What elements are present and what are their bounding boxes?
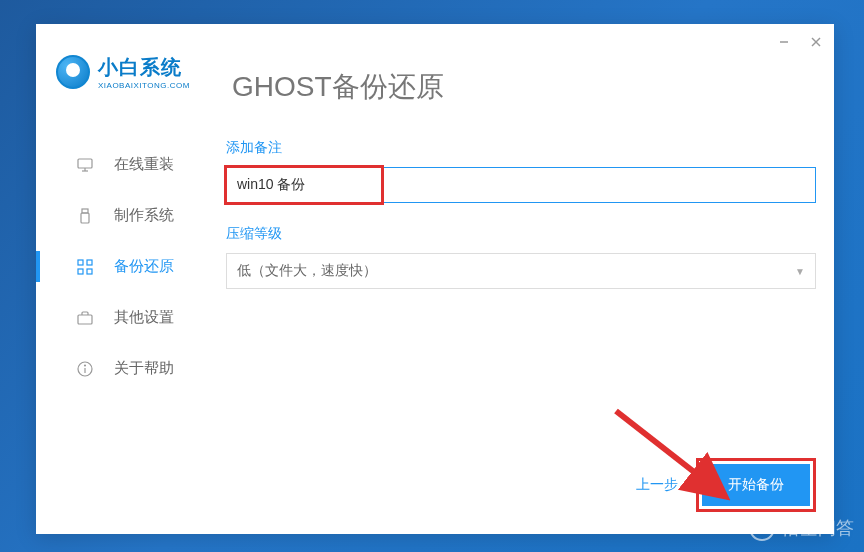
info-icon [76,360,94,378]
grid-icon [76,258,94,276]
compress-select[interactable]: 低（文件大，速度快） ▼ [226,253,816,289]
highlight-annotation [224,165,384,205]
svg-rect-10 [78,269,83,274]
remark-input-wrapper [226,167,816,203]
compress-field-group: 压缩等级 低（文件大，速度快） ▼ [226,225,816,289]
remark-field-group: 添加备注 [226,139,816,203]
logo-icon [56,55,90,89]
logo-subtitle: XIAOBAIXITONG.COM [98,81,190,90]
svg-rect-12 [78,315,92,324]
monitor-icon [76,156,94,174]
logo-title: 小白系统 [98,54,190,81]
remark-input[interactable] [227,168,381,202]
window-controls [774,32,826,52]
compress-value: 低（文件大，速度快） [237,262,377,280]
svg-rect-8 [78,260,83,265]
sidebar-item-make-system[interactable]: 制作系统 [36,190,226,241]
toolbox-icon [76,309,94,327]
watermark-icon [748,514,776,542]
sidebar-item-label: 关于帮助 [114,359,174,378]
sidebar-item-backup-restore[interactable]: 备份还原 [36,241,226,292]
svg-point-18 [750,516,774,540]
svg-rect-7 [81,213,89,223]
sidebar-item-label: 制作系统 [114,206,174,225]
svg-line-17 [616,411,721,493]
app-window: 小白系统 XIAOBAIXITONG.COM GHOST备份还原 在线重装 制作… [36,24,834,534]
chevron-down-icon: ▼ [795,266,805,277]
sidebar-item-label: 在线重装 [114,155,174,174]
remark-label: 添加备注 [226,139,816,157]
svg-point-19 [757,523,767,533]
sidebar-item-label: 其他设置 [114,308,174,327]
svg-rect-6 [82,209,88,213]
sidebar: 在线重装 制作系统 备份还原 其他设置 关于帮助 [36,139,226,394]
svg-point-15 [85,365,86,366]
compress-label: 压缩等级 [226,225,816,243]
sidebar-item-online-install[interactable]: 在线重装 [36,139,226,190]
usb-icon [76,207,94,225]
svg-rect-3 [78,159,92,168]
sidebar-item-about-help[interactable]: 关于帮助 [36,343,226,394]
arrow-annotation-icon [606,401,746,511]
sidebar-item-other-settings[interactable]: 其他设置 [36,292,226,343]
sidebar-item-label: 备份还原 [114,257,174,276]
close-button[interactable] [806,32,826,52]
watermark-text: 悟空问答 [782,516,854,540]
logo: 小白系统 XIAOBAIXITONG.COM [56,54,190,90]
minimize-button[interactable] [774,32,794,52]
svg-rect-11 [87,269,92,274]
svg-rect-9 [87,260,92,265]
page-title: GHOST备份还原 [232,68,444,106]
watermark: 悟空问答 [748,514,854,542]
